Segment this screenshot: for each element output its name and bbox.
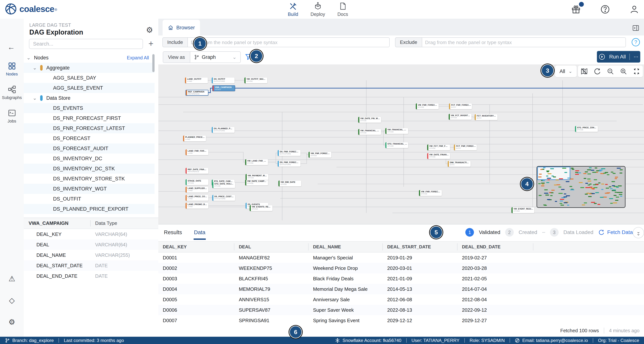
dag-canvas[interactable]: LAND_OUTFITLANDDS_OUTFITDATASTOREVW_OUTF… <box>158 64 644 224</box>
back-arrow-icon[interactable]: ← <box>8 43 15 51</box>
dag-node[interactable]: PLANNED_PRICE_AND_PRD...LAND <box>183 136 206 141</box>
tree-row[interactable]: DS_INVENTORY_DC <box>24 153 154 164</box>
table-row[interactable]: D0003BLACKFRI45Black Friday Deals2021-01… <box>158 273 644 284</box>
dag-node[interactable]: FCT_INVENTORY_WGT_WEEKDATA <box>475 114 498 120</box>
chevron-down-icon[interactable]: ⌄ <box>33 95 37 101</box>
dag-node[interactable]: VW_FINANCIAL_YEAR_PERIO...STAGE <box>358 129 381 135</box>
tree-row[interactable]: AGG_SALES_EVENT <box>24 83 154 93</box>
tree-row[interactable]: DS_OUTFIT <box>24 194 154 204</box>
dag-node[interactable]: STG_PRICE_ZONE_WEEKSTAGE <box>575 126 598 132</box>
coalesce-logo[interactable]: coalesce® <box>5 3 57 15</box>
nav-item-docs[interactable]: Docs <box>337 1 348 17</box>
column-row[interactable]: DEAL_KEYVARCHAR(64) <box>24 229 158 239</box>
dag-node[interactable]: VW_EVENTS_REGIONSTAGE <box>250 205 272 211</box>
column-header[interactable]: DEAL_START_DATE <box>383 243 458 250</box>
dag-node[interactable]: VWA_CAMPAIGNVIEWS <box>212 85 235 91</box>
dag-node[interactable]: STG_FINANCIAL_YEAR_PREV...STAGE <box>385 142 408 148</box>
tree-row[interactable]: DS_INVENTORY_WGT <box>24 184 154 194</box>
dag-node[interactable]: DIM_TRANSACTION_DATEDATA <box>448 161 470 167</box>
view-mode-select[interactable]: Graph ⌄ <box>190 52 240 62</box>
add-node-button[interactable]: + <box>148 38 154 48</box>
dag-node[interactable]: VW_FCT_FNR_FORECASTSTAGE <box>427 145 450 150</box>
dag-node[interactable]: VW_LAND_FNR_FORECASTSTAGE <box>245 159 268 165</box>
tree-row[interactable]: DS_FORECAST_AUDIT <box>24 143 154 153</box>
minimap[interactable] <box>536 166 626 208</box>
dag-node[interactable]: VW_FCT_INVENTORY_WGT_...STAGE <box>449 114 472 120</box>
dag-node[interactable]: VW_DATE_FINANCIALSTAGE <box>427 153 450 159</box>
tree-row[interactable]: ⌄NodesExpand All <box>24 53 154 63</box>
dag-node[interactable]: FCT_FNR_FORECASTDATA <box>454 145 477 150</box>
dag-node[interactable]: LAND_OUTFITLAND <box>185 77 208 83</box>
sidebar-item-subgraphs[interactable]: Subgraphs <box>0 85 24 100</box>
dag-node[interactable]: LAND_PRICE_COST_FUTURELAND <box>186 195 208 201</box>
diamond-icon[interactable]: ◇ <box>9 296 15 305</box>
graph-filter-select[interactable]: All ⌄ <box>555 65 577 77</box>
column-row[interactable]: DEAL_START_DATEDATE <box>24 260 158 271</box>
tab-browser[interactable]: Browser <box>162 20 200 35</box>
collapse-panel-icon[interactable]: ⌄⌄ <box>633 227 644 238</box>
table-row[interactable]: D0001MANAGER'62Manager's Special2019-01-… <box>158 253 644 263</box>
sidebar-item-jobs[interactable]: Jobs <box>0 109 24 124</box>
dag-node[interactable]: VW_FNR_FORECAST_REGIONSTAGE <box>419 190 442 196</box>
dag-node[interactable]: STG_DATE_HOLIDAYSTAGE <box>212 182 235 188</box>
help-icon[interactable] <box>600 4 610 14</box>
column-row[interactable]: DEAL_END_DATEDATE <box>24 271 158 281</box>
exclude-input[interactable] <box>422 37 626 47</box>
chevron-down-icon[interactable]: ⌄ <box>26 55 31 61</box>
expand-all-link[interactable]: Expand All <box>127 55 149 60</box>
tree-row[interactable]: ⌄Data Store <box>24 93 154 103</box>
dag-node[interactable]: VW_OUTFIT_MAIN_COMPON...STAGE <box>244 77 267 83</box>
table-row[interactable]: D0004MEMORIAL79Memorial Day Mega Sale201… <box>158 284 644 294</box>
dag-node[interactable]: VW_DATE_CAMPAIGN_2STAGE <box>245 180 268 185</box>
fit-view-icon[interactable] <box>633 68 640 75</box>
dag-node[interactable]: REF_CAMPAIGNREFERENCE <box>186 90 208 96</box>
zoom-out-icon[interactable] <box>606 68 614 75</box>
column-row[interactable]: DEAL_NAMEVARCHAR(255) <box>24 250 158 260</box>
panel-toggle-icon[interactable] <box>632 24 640 32</box>
minimap-toggle-icon[interactable] <box>580 68 588 75</box>
refresh-icon[interactable] <box>594 68 601 75</box>
tree-row[interactable]: DS_FORECAST <box>24 133 154 143</box>
dag-node[interactable]: VW_FINANCIAL_YEAR_PREVI...STAGE <box>385 128 408 134</box>
dag-node[interactable]: DS_PRICE_COST_FUTUREDATASTORE <box>212 195 235 201</box>
tree-row[interactable]: DS_EVENTS <box>24 103 154 113</box>
dag-node[interactable]: REF_DATE_FINANCIAL_CALE...REFERENCE <box>186 168 208 174</box>
nav-item-deploy[interactable]: Deploy <box>310 1 325 17</box>
search-input[interactable] <box>29 39 143 49</box>
column-header[interactable]: DEAL_KEY <box>158 243 234 250</box>
dag-node[interactable]: LAND_FNR_FORECASTLAND <box>186 149 208 155</box>
table-row[interactable]: D0006SUPERSAV87Super Saver Week2022-08-1… <box>158 305 644 315</box>
dag-node[interactable]: VW_DATE_FIN_WEEKSTAGE <box>358 117 381 123</box>
run-all-more[interactable]: ⋯ <box>634 54 639 60</box>
tree-row[interactable]: DS_FNR_FORECAST_FIRST <box>24 113 154 123</box>
user-icon[interactable] <box>630 4 639 14</box>
workspace-settings-icon[interactable]: ⚙ <box>146 25 153 34</box>
tab-results[interactable]: Results <box>163 225 183 240</box>
tree-row[interactable]: AGG_SALES_DAY <box>24 73 154 83</box>
dag-node[interactable]: VW_FNR_FORECAST_WEEKSTAGE <box>416 103 438 109</box>
dag-node[interactable]: LAND_SUPPLIER_REBATE_IN...LAND <box>186 187 208 193</box>
dag-node[interactable]: LAND_PROMO_BAG_NOWLAND <box>186 203 208 209</box>
warning-icon[interactable]: ⚠ <box>8 274 15 283</box>
dag-node[interactable]: VW_FNR_FORECASTSTAGE <box>308 152 331 158</box>
tab-data[interactable]: Data <box>193 225 206 240</box>
column-header[interactable]: DEAL_NAME <box>308 243 383 250</box>
fetch-data-button[interactable]: Fetch Data <box>598 229 633 236</box>
table-row[interactable]: D0007SPRINGSA91Spring Savings Event2029-… <box>158 315 644 326</box>
tree-row[interactable]: DS_FNR_FORECAST_LATEST <box>24 123 154 133</box>
include-input[interactable] <box>188 37 390 47</box>
help-badge-icon[interactable]: ? <box>632 38 640 46</box>
column-header[interactable]: DEAL_END_DATE <box>458 243 533 250</box>
tree-row[interactable]: DS_PLANNED_PRICE_EXPORT <box>24 204 154 214</box>
gift-icon[interactable] <box>571 4 581 14</box>
table-row[interactable]: D0005ANNIVERS15Anniversary Sale2012-06-0… <box>158 294 644 305</box>
tree-scrollbar[interactable] <box>152 54 154 72</box>
gear-icon[interactable]: ⚙ <box>8 318 15 326</box>
chevron-down-icon[interactable]: ⌄ <box>33 65 37 71</box>
tree-row[interactable]: DS_INVENTORY_STORE_STK <box>24 174 154 184</box>
tree-row[interactable]: ⌄Aggregate <box>24 63 154 73</box>
dag-node[interactable]: DS_PLANNED_PRICE_EXPORTDATASTORE <box>212 127 234 133</box>
column-row[interactable]: DEALVARCHAR(64) <box>24 239 158 250</box>
dag-node[interactable]: DS_OUTFITDATASTORE <box>212 77 234 83</box>
dag-node[interactable]: DS_FNR_FORECAST_LATESTDATASTORE <box>278 150 300 156</box>
